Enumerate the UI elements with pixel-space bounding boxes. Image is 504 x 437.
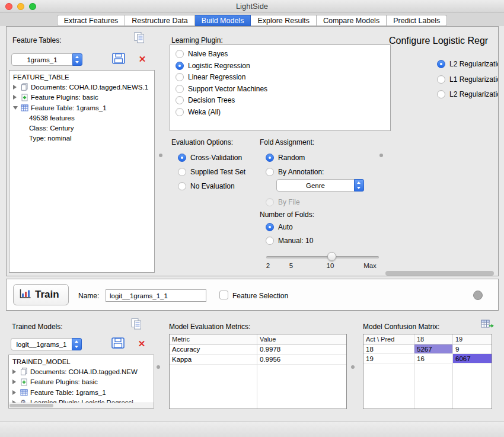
feature-selection-checkbox[interactable] [219, 291, 228, 299]
folds-slider[interactable] [266, 252, 379, 261]
confusion-cell: 16 [414, 354, 453, 363]
tree-item-documents[interactable]: Documents: COHA.ID.tagged.NEWS.1 [9, 82, 154, 92]
annotation-select-value: Genre [277, 182, 354, 189]
radio-icon [176, 96, 184, 104]
zoom-window-button[interactable] [29, 3, 36, 10]
confusion-matrix-table: Act \ Pred 18 19 18 5267 9 19 16 6067 [363, 334, 492, 409]
radio-folds-manual[interactable]: Manual: 10 [266, 236, 313, 245]
tree-horizontal-scrollbar[interactable] [9, 403, 154, 408]
save-trained-model-button[interactable] [110, 337, 126, 350]
copy-feature-table-button[interactable] [131, 31, 148, 46]
confusion-header-act-pred[interactable]: Act \ Pred [363, 334, 414, 345]
save-feature-table-button[interactable] [111, 53, 126, 66]
confusion-header-18[interactable]: 18 [414, 334, 453, 345]
expander-collapsed-icon[interactable] [12, 379, 20, 384]
model-evaluation-metrics-label: Model Evaluation Metrics: [169, 323, 250, 331]
splitter-handle[interactable] [159, 154, 162, 157]
tab-restructure-data[interactable]: Restructure Data [125, 15, 194, 26]
title-bar: LightSide [0, 0, 504, 13]
plugin-plus-icon [20, 378, 30, 386]
window-controls [5, 3, 36, 10]
radio-no-evaluation[interactable]: No Evaluation [178, 181, 235, 191]
confusion-cell-heat: 5267 [414, 345, 453, 354]
radio-selected-icon [266, 154, 274, 162]
radio-icon [266, 168, 274, 176]
radio-icon [176, 50, 184, 58]
tree-item-feature-table[interactable]: Feature Table: 1grams_1 [9, 387, 154, 397]
radio-naive-bayes[interactable]: Naive Bayes [176, 49, 390, 59]
trained-model-select[interactable]: logit__1grams_1 [11, 338, 82, 350]
radio-by-file[interactable]: By File [266, 197, 300, 207]
expander-collapsed-icon[interactable] [12, 369, 20, 374]
tree-item-feature-plugins[interactable]: Feature Plugins: basic [9, 92, 154, 103]
confusion-cell: 9 [453, 345, 492, 354]
combo-stepper-icon [72, 338, 82, 350]
radio-random[interactable]: Random [266, 153, 305, 162]
splitter-handle[interactable] [351, 365, 355, 369]
metrics-header-metric[interactable]: Metric [170, 334, 257, 345]
tree-item-feature-count[interactable]: 49538 features [9, 113, 154, 123]
tree-root-trained-model[interactable]: TRAINED_MODEL [9, 356, 154, 366]
radio-icon [266, 237, 274, 245]
slider-thumb[interactable] [327, 252, 336, 261]
table-filler [453, 363, 492, 409]
radio-selected-icon [437, 60, 445, 68]
radio-cross-validation[interactable]: Cross-Validation [178, 153, 242, 162]
model-name-input[interactable] [106, 289, 206, 302]
close-window-button[interactable] [5, 3, 12, 10]
radio-by-annotation[interactable]: By Annotation: [266, 167, 324, 177]
tab-build-models[interactable]: Build Models [195, 15, 251, 26]
radio-weka-all[interactable]: Weka (All) [176, 107, 390, 117]
configure-title: Configure Logistic Regr [389, 36, 499, 46]
expander-collapsed-icon[interactable] [12, 390, 20, 395]
radio-l2-regularization[interactable]: L2 Regularization [437, 59, 499, 69]
confusion-cell-heat: 6067 [453, 354, 492, 363]
delete-trained-model-button[interactable] [135, 337, 148, 350]
copy-trained-model-button[interactable] [128, 317, 145, 333]
learning-plugin-list: Naive Bayes Logistic Regression Linear R… [170, 44, 391, 131]
tab-explore-results[interactable]: Explore Results [251, 15, 317, 26]
radio-icon [178, 168, 186, 176]
annotation-select[interactable]: Genre [276, 179, 364, 192]
delete-feature-table-button[interactable] [136, 53, 149, 66]
tree-root-feature-table[interactable]: FEATURE_TABLE [9, 72, 154, 82]
documents-icon [20, 368, 30, 375]
radio-l2-regularization-dual[interactable]: L2 Regularization (Dual) [437, 90, 499, 99]
radio-supplied-test-set[interactable]: Supplied Test Set [178, 167, 245, 177]
radio-linear-regression[interactable]: Linear Regression [176, 72, 390, 82]
fold-assignment-label: Fold Assignment: [260, 138, 314, 146]
metrics-header-value[interactable]: Value [257, 334, 346, 345]
status-bar: Get Support Multithreaded 4.7 GB used, 2… [0, 422, 504, 437]
tree-item-type[interactable]: Type: nominal [9, 133, 154, 143]
radio-l1-regularization[interactable]: L1 Regularization [437, 75, 499, 84]
feature-table-select[interactable]: 1grams_1 [11, 53, 82, 66]
radio-disabled-icon [266, 198, 274, 206]
horizontal-scrollbar[interactable] [385, 271, 494, 276]
expander-collapsed-icon[interactable] [13, 95, 21, 100]
tab-predict-labels[interactable]: Predict Labels [387, 15, 447, 26]
expander-collapsed-icon[interactable] [13, 85, 21, 90]
splitter-handle[interactable] [379, 154, 383, 157]
confusion-header-19[interactable]: 19 [453, 334, 492, 345]
radio-logistic-regression[interactable]: Logistic Regression [176, 61, 390, 71]
tree-item-documents[interactable]: Documents: COHA.ID.tagged.NEW [9, 366, 154, 377]
train-button[interactable]: Train [13, 284, 69, 305]
tab-compare-models[interactable]: Compare Models [317, 15, 387, 26]
tree-item-feature-table[interactable]: Feature Table: 1grams_1 [9, 103, 154, 113]
train-chart-icon [19, 289, 31, 301]
tree-item-feature-plugins[interactable]: Feature Plugins: basic [9, 377, 154, 387]
tree-item-class[interactable]: Class: Century [9, 123, 154, 133]
minimize-window-button[interactable] [17, 3, 24, 10]
scrollbar-thumb[interactable] [9, 404, 53, 407]
radio-decision-trees[interactable]: Decision Trees [176, 95, 390, 105]
radio-folds-auto[interactable]: Auto [266, 222, 293, 232]
export-confusion-matrix-button[interactable] [479, 317, 496, 333]
feature-table-tree: FEATURE_TABLE Documents: COHA.ID.tagged.… [9, 70, 155, 273]
export-table-icon [481, 319, 494, 331]
metric-name: Kappa [170, 355, 257, 365]
slider-tick-2: 2 [266, 262, 270, 269]
radio-support-vector-machines[interactable]: Support Vector Machines [176, 84, 390, 94]
tab-extract-features[interactable]: Extract Features [57, 15, 126, 26]
expander-expanded-icon[interactable] [13, 106, 21, 110]
splitter-handle[interactable] [157, 365, 160, 369]
